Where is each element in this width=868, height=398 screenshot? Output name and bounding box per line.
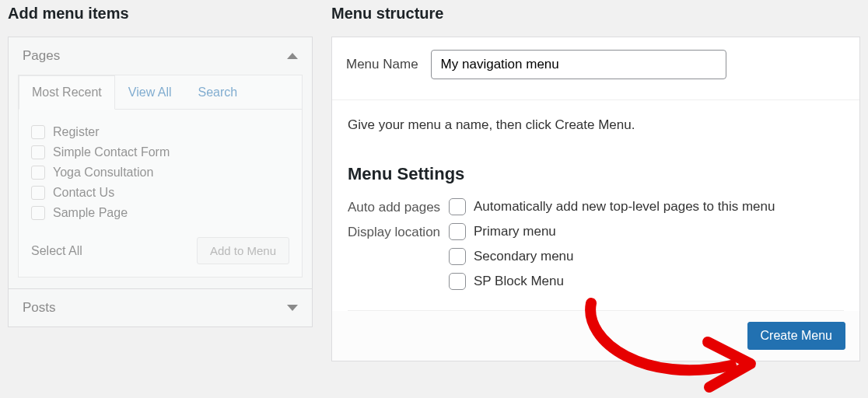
select-all-link[interactable]: Select All xyxy=(31,244,82,258)
list-item-label: Simple Contact Form xyxy=(53,145,170,159)
pages-panel-title: Pages xyxy=(23,48,60,64)
location-option-text: SP Block Menu xyxy=(474,274,564,289)
posts-panel-title: Posts xyxy=(23,300,56,316)
expand-icon xyxy=(287,305,298,311)
checkbox-icon[interactable] xyxy=(31,125,45,139)
tab-search[interactable]: Search xyxy=(185,75,251,110)
list-item[interactable]: Contact Us xyxy=(31,183,289,203)
collapse-icon xyxy=(287,53,298,59)
auto-add-pages-label: Auto add pages xyxy=(348,198,449,215)
display-location-label: Display location xyxy=(348,223,449,240)
pages-panel-header[interactable]: Pages xyxy=(9,37,312,75)
posts-panel-header[interactable]: Posts xyxy=(9,289,312,326)
pages-tabs: Most Recent View All Search xyxy=(19,75,302,110)
list-item-label: Sample Page xyxy=(53,206,128,220)
posts-panel: Posts xyxy=(8,289,313,327)
list-item-label: Yoga Consultation xyxy=(53,166,153,180)
tab-most-recent[interactable]: Most Recent xyxy=(19,75,115,110)
list-item[interactable]: Register xyxy=(31,122,289,142)
location-spblock-checkbox[interactable] xyxy=(449,273,466,290)
create-menu-button[interactable]: Create Menu xyxy=(747,322,846,350)
list-item-label: Register xyxy=(53,125,100,139)
checkbox-icon[interactable] xyxy=(31,206,45,220)
location-secondary-checkbox[interactable] xyxy=(449,248,466,265)
pages-panel: Pages Most Recent View All Search Regist… xyxy=(8,37,313,289)
auto-add-option-text: Automatically add new top-level pages to… xyxy=(474,199,775,215)
auto-add-checkbox[interactable] xyxy=(449,198,466,215)
location-option-text: Primary menu xyxy=(474,224,556,239)
location-option-text: Secondary menu xyxy=(474,249,574,264)
list-item[interactable]: Simple Contact Form xyxy=(31,142,289,162)
tab-view-all[interactable]: View All xyxy=(115,75,185,110)
menu-settings-heading: Menu Settings xyxy=(348,164,844,184)
location-primary-checkbox[interactable] xyxy=(449,223,466,240)
list-item[interactable]: Sample Page xyxy=(31,203,289,223)
menu-name-input[interactable] xyxy=(431,50,726,79)
add-to-menu-button[interactable]: Add to Menu xyxy=(197,237,289,264)
checkbox-icon[interactable] xyxy=(31,166,45,180)
menu-name-label: Menu Name xyxy=(346,57,418,72)
menu-structure-box: Menu Name Give your menu a name, then cl… xyxy=(331,37,860,361)
menu-instruction: Give your menu a name, then click Create… xyxy=(348,117,844,133)
pages-panel-body: Most Recent View All Search Register Sim… xyxy=(18,75,303,278)
add-menu-items-heading: Add menu items xyxy=(8,5,313,23)
menu-structure-heading: Menu structure xyxy=(331,5,860,23)
checkbox-icon[interactable] xyxy=(31,145,45,159)
list-item-label: Contact Us xyxy=(53,186,114,200)
list-item[interactable]: Yoga Consultation xyxy=(31,162,289,183)
pages-list: Register Simple Contact Form Yoga Consul… xyxy=(19,110,302,229)
checkbox-icon[interactable] xyxy=(31,186,45,200)
